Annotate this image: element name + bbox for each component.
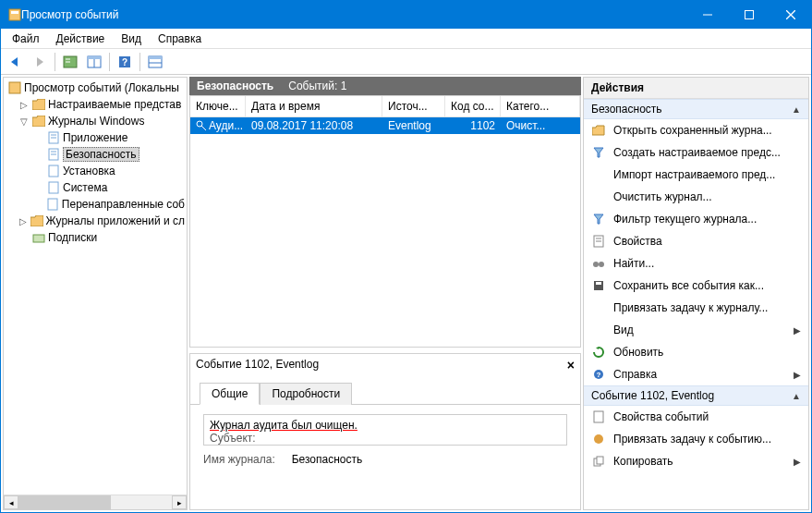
tree-system[interactable]: Система (6, 179, 185, 196)
eventviewer-icon (7, 80, 22, 95)
action-attach-task[interactable]: Привязать задачу к журналу... (584, 297, 808, 319)
actions-group-label: Безопасность (591, 103, 662, 116)
collapse-icon[interactable]: ▲ (792, 104, 801, 115)
action-attach-task-event[interactable]: Привязать задачу к событию... (584, 428, 808, 450)
show-hide-tree-button[interactable] (59, 52, 81, 72)
svg-rect-23 (49, 182, 58, 193)
log-icon (46, 197, 60, 212)
collapse-icon[interactable]: ▲ (792, 391, 801, 401)
close-detail-button[interactable]: × (567, 358, 575, 373)
events-grid: Ключе... Дата и время Источ... Код со...… (189, 95, 581, 348)
refresh-icon (591, 345, 606, 360)
action-open-saved-log[interactable]: Открыть сохраненный журна... (584, 119, 808, 141)
minimize-button[interactable] (686, 1, 728, 29)
detail-tabs: Общие Подробности (190, 376, 580, 405)
svg-rect-15 (9, 82, 20, 93)
action-filter-log[interactable]: Фильтр текущего журнала... (584, 208, 808, 230)
event-message: Журнал аудита был очищен. (210, 419, 358, 432)
log-icon (46, 180, 61, 195)
tree-label: Приложение (63, 131, 127, 144)
tree-custom-views[interactable]: ▷ Настраиваемые представ (6, 96, 185, 113)
svg-point-31 (593, 262, 599, 267)
svg-rect-3 (745, 11, 753, 19)
col-keywords[interactable]: Ключе... (190, 96, 246, 116)
svg-rect-40 (597, 457, 603, 464)
task-icon (591, 432, 606, 446)
expand-icon[interactable]: ▷ (18, 216, 29, 226)
action-import-custom-view[interactable]: Импорт настраиваемого пред... (584, 164, 808, 186)
properties-icon (591, 409, 606, 424)
menu-help[interactable]: Справка (151, 31, 209, 47)
action-copy[interactable]: Копировать▶ (584, 450, 808, 472)
svg-text:?: ? (122, 57, 127, 67)
clear-icon (591, 189, 606, 204)
col-eventid[interactable]: Код со... (445, 96, 501, 116)
svg-rect-22 (49, 165, 58, 177)
tree-label: Настраиваемые представ (48, 98, 181, 111)
tree-forwarded[interactable]: Перенаправленные соб (6, 196, 185, 213)
col-category[interactable]: Катего... (501, 96, 580, 116)
forward-button[interactable] (29, 52, 51, 72)
menu-file[interactable]: Файл (5, 31, 47, 47)
tree-windows-logs[interactable]: ▽ Журналы Windows (6, 113, 185, 129)
tree-subscriptions[interactable]: Подписки (6, 229, 185, 246)
col-source[interactable]: Источ... (382, 96, 445, 116)
svg-rect-9 (88, 56, 101, 59)
event-row[interactable]: Ауди... 09.08.2017 11:20:08 Eventlog 110… (190, 117, 580, 134)
tree-application[interactable]: Приложение (6, 129, 185, 146)
actions-pane: Действия Безопасность ▲ Открыть сохранен… (583, 77, 809, 510)
tab-details[interactable]: Подробности (260, 383, 352, 405)
tree-security[interactable]: Безопасность (6, 146, 185, 163)
svg-line-27 (201, 126, 206, 130)
action-view[interactable]: Вид▶ (584, 319, 808, 341)
grid-header: Ключе... Дата и время Источ... Код со...… (190, 96, 580, 117)
tree-root[interactable]: Просмотр событий (Локальны (6, 79, 185, 96)
svg-rect-37 (594, 411, 603, 422)
action-create-custom-view[interactable]: Создать настраиваемое предс... (584, 141, 808, 164)
folder-icon (31, 97, 46, 112)
back-button[interactable] (5, 52, 27, 72)
tree-app-service-logs[interactable]: ▷ Журналы приложений и сл (6, 213, 185, 229)
col-date[interactable]: Дата и время (246, 96, 382, 116)
svg-rect-14 (149, 56, 162, 59)
log-name-label: Имя журнала: (203, 453, 275, 466)
scroll-right-button[interactable]: ▸ (172, 495, 187, 509)
menu-view[interactable]: Вид (114, 31, 149, 47)
action-refresh[interactable]: Обновить (584, 341, 808, 363)
collapse-icon[interactable]: ▽ (18, 116, 30, 127)
scroll-left-button[interactable]: ◂ (4, 495, 18, 509)
menu-action[interactable]: Действие (49, 31, 113, 47)
help-button[interactable]: ? (114, 52, 136, 72)
detail-title: Событие 1102, Eventlog (196, 358, 319, 373)
action-save-all-events[interactable]: Сохранить все события как... (584, 275, 808, 297)
horizontal-scrollbar[interactable]: ◂ ▸ (4, 495, 187, 509)
svg-rect-34 (596, 282, 601, 285)
preview-pane-button[interactable] (144, 52, 166, 72)
svg-rect-0 (9, 9, 20, 20)
funnel-icon (591, 212, 606, 226)
tree-label: Система (63, 181, 107, 194)
log-icon (46, 147, 61, 162)
properties-icon (591, 234, 606, 249)
action-help[interactable]: ?Справка▶ (584, 363, 808, 385)
action-properties[interactable]: Свойства (584, 230, 808, 252)
svg-rect-24 (48, 199, 57, 210)
panel-layout-button[interactable] (83, 52, 105, 72)
tab-general[interactable]: Общие (200, 383, 260, 405)
action-clear-log[interactable]: Очистить журнал... (584, 186, 808, 208)
action-find[interactable]: Найти... (584, 252, 808, 275)
tree-setup[interactable]: Установка (6, 163, 185, 179)
actions-group-log[interactable]: Безопасность ▲ (584, 99, 808, 119)
action-event-properties[interactable]: Свойства событий (584, 406, 808, 428)
expand-icon[interactable]: ▷ (18, 100, 30, 110)
titlebar: Просмотр событий (1, 1, 811, 29)
tree-label: Просмотр событий (Локальны (24, 81, 179, 94)
navigation-tree: Просмотр событий (Локальны ▷ Настраиваем… (3, 77, 188, 510)
scroll-thumb[interactable] (18, 495, 111, 509)
log-title: Безопасность (197, 79, 273, 92)
folder-icon (31, 114, 46, 128)
close-button[interactable] (770, 1, 811, 29)
actions-group-event[interactable]: Событие 1102, Eventlog ▲ (584, 385, 808, 406)
maximize-button[interactable] (728, 1, 770, 29)
event-detail-pane: Событие 1102, Eventlog × Общие Подробнос… (189, 353, 581, 510)
